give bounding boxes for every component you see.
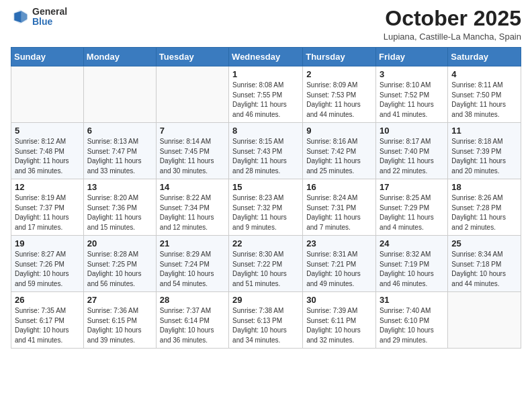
day-number: 31: [380, 295, 444, 305]
calendar-cell: [156, 66, 228, 123]
day-number: 11: [451, 126, 517, 136]
day-number: 19: [15, 238, 80, 248]
day-number: 13: [87, 182, 152, 192]
day-number: 3: [380, 69, 444, 79]
calendar-cell: 22Sunrise: 8:30 AMSunset: 7:22 PMDayligh…: [229, 236, 303, 292]
day-number: 4: [451, 69, 517, 79]
day-number: 30: [306, 295, 372, 305]
calendar-cell: 10Sunrise: 8:17 AMSunset: 7:40 PMDayligh…: [376, 123, 448, 179]
calendar-cell: 3Sunrise: 8:10 AMSunset: 7:52 PMDaylight…: [376, 66, 448, 123]
day-number: 14: [160, 182, 225, 192]
calendar-cell: 7Sunrise: 8:14 AMSunset: 7:45 PMDaylight…: [156, 123, 228, 179]
calendar-cell: 11Sunrise: 8:18 AMSunset: 7:39 PMDayligh…: [448, 123, 521, 179]
calendar-cell: 25Sunrise: 8:34 AMSunset: 7:18 PMDayligh…: [448, 236, 521, 292]
day-info: Sunrise: 8:19 AMSunset: 7:37 PMDaylight:…: [15, 193, 80, 232]
day-info: Sunrise: 8:20 AMSunset: 7:36 PMDaylight:…: [87, 193, 152, 232]
calendar-cell: 13Sunrise: 8:20 AMSunset: 7:36 PMDayligh…: [83, 179, 156, 236]
day-number: 25: [451, 238, 517, 248]
title-block: October 2025 Lupiana, Castille-La Mancha…: [384, 7, 521, 42]
day-number: 10: [380, 126, 444, 136]
calendar-cell: 26Sunrise: 7:35 AMSunset: 6:17 PMDayligh…: [11, 292, 84, 349]
day-info: Sunrise: 8:30 AMSunset: 7:22 PMDaylight:…: [232, 250, 299, 289]
day-info: Sunrise: 8:31 AMSunset: 7:21 PMDaylight:…: [306, 250, 372, 289]
calendar-cell: 4Sunrise: 8:11 AMSunset: 7:50 PMDaylight…: [448, 66, 521, 123]
day-info: Sunrise: 8:32 AMSunset: 7:19 PMDaylight:…: [380, 250, 444, 289]
day-info: Sunrise: 7:38 AMSunset: 6:13 PMDaylight:…: [232, 306, 299, 345]
col-header-thursday: Thursday: [303, 48, 376, 66]
col-header-wednesday: Wednesday: [229, 48, 303, 66]
calendar-cell: 27Sunrise: 7:36 AMSunset: 6:15 PMDayligh…: [83, 292, 156, 349]
day-info: Sunrise: 8:27 AMSunset: 7:26 PMDaylight:…: [15, 250, 80, 289]
day-info: Sunrise: 8:29 AMSunset: 7:24 PMDaylight:…: [160, 250, 225, 289]
col-header-sunday: Sunday: [11, 48, 84, 66]
day-info: Sunrise: 8:13 AMSunset: 7:47 PMDaylight:…: [87, 137, 152, 176]
calendar-week-row: 26Sunrise: 7:35 AMSunset: 6:17 PMDayligh…: [11, 292, 521, 349]
day-info: Sunrise: 7:35 AMSunset: 6:17 PMDaylight:…: [15, 306, 80, 345]
calendar-cell: 21Sunrise: 8:29 AMSunset: 7:24 PMDayligh…: [156, 236, 228, 292]
logo-blue: Blue: [32, 16, 52, 27]
day-number: 5: [15, 126, 80, 136]
day-number: 22: [232, 238, 299, 248]
calendar-cell: 17Sunrise: 8:25 AMSunset: 7:29 PMDayligh…: [376, 179, 448, 236]
day-number: 7: [160, 126, 225, 136]
day-number: 1: [232, 69, 299, 79]
calendar-cell: 30Sunrise: 7:39 AMSunset: 6:11 PMDayligh…: [303, 292, 376, 349]
day-info: Sunrise: 8:10 AMSunset: 7:52 PMDaylight:…: [380, 81, 444, 120]
day-info: Sunrise: 8:08 AMSunset: 7:55 PMDaylight:…: [232, 81, 299, 120]
day-number: 16: [306, 182, 372, 192]
calendar-cell: 31Sunrise: 7:40 AMSunset: 6:10 PMDayligh…: [376, 292, 448, 349]
day-info: Sunrise: 8:24 AMSunset: 7:31 PMDaylight:…: [306, 193, 372, 232]
day-number: 6: [87, 126, 152, 136]
day-info: Sunrise: 8:34 AMSunset: 7:18 PMDaylight:…: [451, 250, 517, 289]
calendar-cell: 6Sunrise: 8:13 AMSunset: 7:47 PMDaylight…: [83, 123, 156, 179]
calendar-cell: [83, 66, 156, 123]
day-info: Sunrise: 7:40 AMSunset: 6:10 PMDaylight:…: [380, 306, 444, 345]
logo-icon: [11, 7, 30, 26]
calendar-week-row: 1Sunrise: 8:08 AMSunset: 7:55 PMDaylight…: [11, 66, 521, 123]
calendar-cell: 8Sunrise: 8:15 AMSunset: 7:43 PMDaylight…: [229, 123, 303, 179]
day-info: Sunrise: 8:26 AMSunset: 7:28 PMDaylight:…: [451, 193, 517, 232]
day-number: 21: [160, 238, 225, 248]
day-number: 23: [306, 238, 372, 248]
calendar-cell: 16Sunrise: 8:24 AMSunset: 7:31 PMDayligh…: [303, 179, 376, 236]
logo-general: General: [32, 6, 67, 17]
day-info: Sunrise: 8:15 AMSunset: 7:43 PMDaylight:…: [232, 137, 299, 176]
day-info: Sunrise: 8:22 AMSunset: 7:34 PMDaylight:…: [160, 193, 225, 232]
day-info: Sunrise: 8:11 AMSunset: 7:50 PMDaylight:…: [451, 81, 517, 120]
day-info: Sunrise: 8:28 AMSunset: 7:25 PMDaylight:…: [87, 250, 152, 289]
header: General Blue October 2025 Lupiana, Casti…: [11, 7, 521, 42]
day-info: Sunrise: 8:18 AMSunset: 7:39 PMDaylight:…: [451, 137, 517, 176]
day-number: 20: [87, 238, 152, 248]
day-number: 8: [232, 126, 299, 136]
calendar-cell: 23Sunrise: 8:31 AMSunset: 7:21 PMDayligh…: [303, 236, 376, 292]
calendar-cell: 1Sunrise: 8:08 AMSunset: 7:55 PMDaylight…: [229, 66, 303, 123]
day-info: Sunrise: 8:16 AMSunset: 7:42 PMDaylight:…: [306, 137, 372, 176]
col-header-friday: Friday: [376, 48, 448, 66]
day-number: 29: [232, 295, 299, 305]
day-number: 26: [15, 295, 80, 305]
day-info: Sunrise: 7:36 AMSunset: 6:15 PMDaylight:…: [87, 306, 152, 345]
day-number: 27: [87, 295, 152, 305]
calendar-cell: 18Sunrise: 8:26 AMSunset: 7:28 PMDayligh…: [448, 179, 521, 236]
calendar-week-row: 19Sunrise: 8:27 AMSunset: 7:26 PMDayligh…: [11, 236, 521, 292]
calendar-cell: 19Sunrise: 8:27 AMSunset: 7:26 PMDayligh…: [11, 236, 84, 292]
day-number: 17: [380, 182, 444, 192]
day-info: Sunrise: 8:23 AMSunset: 7:32 PMDaylight:…: [232, 193, 299, 232]
logo: General Blue: [11, 7, 67, 28]
svg-marker-1: [21, 11, 28, 24]
calendar-cell: 20Sunrise: 8:28 AMSunset: 7:25 PMDayligh…: [83, 236, 156, 292]
col-header-saturday: Saturday: [448, 48, 521, 66]
day-info: Sunrise: 8:09 AMSunset: 7:53 PMDaylight:…: [306, 81, 372, 120]
day-number: 28: [160, 295, 225, 305]
calendar-cell: 24Sunrise: 8:32 AMSunset: 7:19 PMDayligh…: [376, 236, 448, 292]
day-info: Sunrise: 7:37 AMSunset: 6:14 PMDaylight:…: [160, 306, 225, 345]
day-number: 12: [15, 182, 80, 192]
day-number: 9: [306, 126, 372, 136]
page: General Blue October 2025 Lupiana, Casti…: [0, 0, 532, 411]
calendar-cell: 28Sunrise: 7:37 AMSunset: 6:14 PMDayligh…: [156, 292, 228, 349]
logo-text: General Blue: [32, 7, 67, 28]
calendar-cell: [448, 292, 521, 349]
calendar-cell: 9Sunrise: 8:16 AMSunset: 7:42 PMDaylight…: [303, 123, 376, 179]
calendar-week-row: 12Sunrise: 8:19 AMSunset: 7:37 PMDayligh…: [11, 179, 521, 236]
calendar-week-row: 5Sunrise: 8:12 AMSunset: 7:48 PMDaylight…: [11, 123, 521, 179]
